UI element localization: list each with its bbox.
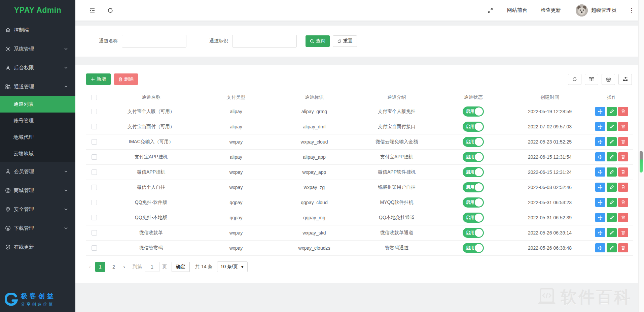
- export-button[interactable]: [618, 74, 632, 85]
- status-toggle[interactable]: 启用: [463, 152, 484, 162]
- fullscreen-icon[interactable]: [487, 7, 494, 14]
- watermark-laptop-icon: [536, 287, 557, 307]
- sidebar-item-console[interactable]: 控制端: [0, 21, 75, 39]
- status-toggle[interactable]: 启用: [463, 228, 484, 238]
- edit-row-button[interactable]: [607, 152, 617, 161]
- row-checkbox[interactable]: [92, 169, 97, 175]
- move-row-button[interactable]: [595, 167, 605, 177]
- sidebar-item-system[interactable]: 系统管理: [0, 39, 75, 58]
- delete-row-button[interactable]: [618, 137, 628, 146]
- watermark-text: 软件百科: [561, 286, 632, 308]
- select-all-checkbox[interactable]: [92, 95, 97, 100]
- more-menu-icon[interactable]: ⋮: [629, 7, 635, 14]
- prev-page-button[interactable]: ‹: [86, 264, 94, 270]
- add-button[interactable]: 新增: [86, 73, 111, 85]
- sidebar-item-downloads[interactable]: 下载管理: [0, 219, 75, 238]
- move-row-button[interactable]: [595, 152, 605, 161]
- sidebar-item-permissions[interactable]: 后台权限: [0, 58, 75, 77]
- row-checkbox[interactable]: [92, 139, 97, 145]
- row-checkbox[interactable]: [92, 245, 97, 251]
- edit-row-button[interactable]: [607, 198, 617, 207]
- edit-row-button[interactable]: [607, 137, 617, 146]
- row-checkbox[interactable]: [92, 215, 97, 220]
- channel-code-input[interactable]: [232, 35, 297, 48]
- status-toggle[interactable]: 启用: [463, 197, 484, 208]
- frontend-link[interactable]: 网站前台: [507, 7, 527, 13]
- refresh-icon[interactable]: [107, 7, 114, 14]
- move-row-button[interactable]: [595, 228, 605, 237]
- edit-row-button[interactable]: [607, 228, 617, 237]
- delete-row-button[interactable]: [618, 152, 628, 161]
- status-toggle[interactable]: 启用: [463, 182, 484, 192]
- row-checkbox[interactable]: [92, 230, 97, 236]
- edit-row-button[interactable]: [607, 167, 617, 177]
- delete-row-button[interactable]: [618, 183, 628, 192]
- print-button[interactable]: [602, 74, 615, 85]
- edit-row-button[interactable]: [607, 243, 617, 252]
- sidebar-item-account-mgmt[interactable]: 账号管理: [0, 113, 75, 129]
- page-button-1[interactable]: 1: [95, 262, 105, 272]
- username[interactable]: 超级管理员: [591, 7, 616, 13]
- delete-row-button[interactable]: [618, 107, 628, 116]
- sidebar-item-channels[interactable]: 通道管理: [0, 77, 75, 96]
- edit-row-button[interactable]: [607, 213, 617, 222]
- delete-row-button[interactable]: [618, 213, 628, 222]
- edit-row-button[interactable]: [607, 183, 617, 192]
- collapse-menu-icon[interactable]: [89, 7, 96, 14]
- row-checkbox[interactable]: [92, 124, 97, 129]
- status-toggle[interactable]: 启用: [463, 106, 484, 117]
- row-checkbox[interactable]: [92, 200, 97, 205]
- row-checkbox[interactable]: [92, 185, 97, 190]
- move-row-button[interactable]: [595, 183, 605, 192]
- status-toggle[interactable]: 启用: [463, 167, 484, 177]
- toggle-knob: [475, 183, 483, 191]
- row-checkbox[interactable]: [92, 154, 97, 160]
- table-refresh-button[interactable]: [568, 74, 581, 85]
- sidebar-item-online-update[interactable]: 在线更新: [0, 238, 75, 256]
- cell-channel-name: IMAC免输入（可用）: [102, 134, 200, 149]
- edit-row-button[interactable]: [607, 122, 617, 131]
- scrollbar-track[interactable]: [638, 0, 644, 312]
- delete-button[interactable]: 删除: [114, 73, 138, 85]
- avatar[interactable]: [576, 4, 588, 17]
- edit-row-button[interactable]: [607, 107, 617, 116]
- sidebar-item-security[interactable]: 安全管理: [0, 200, 75, 219]
- move-icon: [598, 185, 603, 190]
- check-update-link[interactable]: 检查更新: [541, 7, 561, 13]
- sidebar-item-cloud-region[interactable]: 云端地域: [0, 146, 75, 162]
- move-row-button[interactable]: [595, 137, 605, 146]
- status-toggle[interactable]: 启用: [463, 213, 484, 223]
- reset-button[interactable]: 重置: [333, 35, 357, 47]
- goto-confirm-button[interactable]: 确定: [172, 262, 190, 272]
- table-toolbar: 新增 删除: [75, 65, 644, 90]
- shield-check-icon: [5, 244, 11, 250]
- sidebar-item-region-agent[interactable]: 地域代理: [0, 129, 75, 146]
- sidebar-item-mall[interactable]: 商城管理: [0, 181, 75, 200]
- columns-filter-button[interactable]: [585, 74, 598, 85]
- channel-name-input[interactable]: [122, 35, 186, 48]
- goto-page-input[interactable]: [145, 262, 159, 272]
- page-size-select[interactable]: 10 条/页 ▼: [217, 261, 247, 272]
- move-row-button[interactable]: [595, 122, 605, 131]
- status-toggle[interactable]: 启用: [463, 122, 484, 132]
- move-row-button[interactable]: [595, 213, 605, 222]
- move-row-button[interactable]: [595, 107, 605, 116]
- move-row-button[interactable]: [595, 198, 605, 207]
- sidebar-item-channel-list[interactable]: 通道列表: [0, 96, 75, 113]
- delete-row-button[interactable]: [618, 243, 628, 252]
- status-toggle[interactable]: 启用: [463, 243, 484, 253]
- delete-row-button[interactable]: [618, 198, 628, 207]
- delete-row-button[interactable]: [618, 167, 628, 177]
- query-button[interactable]: 查询: [306, 35, 330, 47]
- row-checkbox[interactable]: [92, 109, 97, 114]
- delete-row-button[interactable]: [618, 122, 628, 131]
- sidebar-item-members[interactable]: 会员管理: [0, 162, 75, 181]
- status-toggle[interactable]: 启用: [463, 137, 484, 147]
- page-button-2[interactable]: 2: [109, 262, 119, 272]
- move-row-button[interactable]: [595, 243, 605, 252]
- scrollbar-thumb[interactable]: [640, 151, 643, 173]
- chevron-down-icon: [64, 226, 68, 230]
- delete-row-button[interactable]: [618, 228, 628, 237]
- next-page-button[interactable]: ›: [120, 264, 128, 270]
- cell-channel-name: 微信赞赏码: [102, 240, 200, 255]
